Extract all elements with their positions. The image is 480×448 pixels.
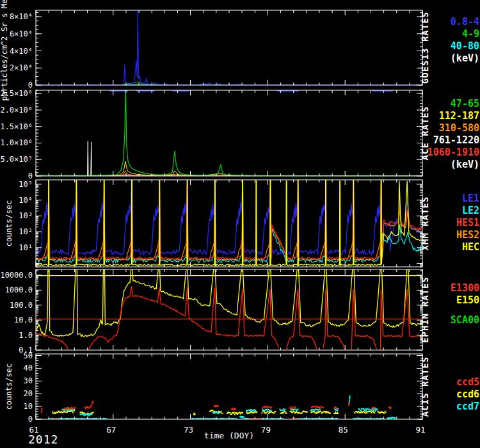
legend-entry-E150: E150	[456, 294, 479, 306]
panel-title-ephin: EPHIN RATES	[420, 276, 430, 343]
legend-entry-0.8-4: 0.8-4	[451, 16, 479, 28]
panel-acis	[41, 396, 396, 420]
legend-entry-LE2: LE2	[462, 205, 479, 216]
series-0.8-4-keV	[36, 11, 422, 85]
panel-ace	[36, 88, 422, 176]
legend-entry-HES2: HES2	[456, 229, 479, 241]
y-tick-label: 1000.0	[5, 285, 33, 294]
series-HEC	[36, 179, 422, 266]
y-tick-label: 1.0×10⁶	[0, 138, 33, 147]
legend-entry-keV: (keV)	[451, 52, 479, 64]
y-axis-title-xmm: counts/sec	[4, 200, 13, 246]
y-tick-label: 10000.0	[0, 271, 33, 280]
legend-entry-4-9: 4-9	[462, 28, 479, 40]
legend-entry-ccd6: ccd6	[456, 388, 479, 400]
y-tick-label: 50	[24, 351, 33, 360]
panel-xmm	[36, 179, 422, 266]
panel-title-acis: ACIS RATES	[420, 356, 430, 417]
legend-entry-SCA00: SCA00	[451, 314, 479, 326]
y-tick-label: 2.5×10⁶	[0, 89, 33, 98]
panel-axes-ephin	[36, 269, 422, 350]
legend-entry-47-65: 47-65	[451, 98, 479, 109]
series-E150	[36, 268, 422, 337]
y-axis-title-acis: counts/sec	[4, 364, 13, 410]
y-tick-label: 10⁴	[19, 196, 33, 205]
y-tick-label: 1.0	[19, 331, 33, 340]
series-LE1	[36, 183, 422, 255]
legend-entry-310-580: 310-580	[439, 122, 479, 134]
y-tick-label: 2.0×10⁶	[0, 106, 33, 115]
y-tick-label: 10²	[19, 227, 33, 236]
panel-goes13	[36, 11, 422, 85]
series-761-1220-keV	[36, 141, 422, 176]
y-axis-title-goes13: particles/cm^2 Sr s MeV	[0, 0, 9, 101]
y-tick-label: 8×10⁴	[10, 12, 33, 21]
y-tick-label: 4×10⁴	[10, 47, 33, 56]
series-ccd7	[61, 396, 396, 419]
y-tick-label: 10.0	[14, 316, 33, 324]
panel-axes-ace	[36, 90, 422, 176]
legend-entry-E1300: E1300	[451, 282, 479, 294]
series-HES1	[36, 183, 422, 260]
legend-entry-LE1: LE1	[462, 193, 479, 204]
y-tick-label: 20	[24, 389, 33, 398]
legend-entry-HES1: HES1	[456, 217, 479, 228]
legend-entry-761-1220: 761-1220	[433, 134, 479, 146]
legend-entry-keV: (keV)	[451, 159, 479, 170]
y-tick-label: 10	[24, 402, 33, 411]
panel-title-xmm: XMM RATES	[420, 196, 430, 251]
y-tick-label: 1.5×10⁶	[0, 122, 33, 131]
y-tick-label: 0	[28, 172, 33, 180]
y-tick-label: 0	[28, 81, 33, 90]
y-tick-label: 5.0×10⁵	[0, 155, 33, 164]
legend-entry-40-80: 40-80	[451, 40, 479, 52]
legend-entry-ccd5: ccd5	[456, 376, 479, 388]
series-47-65-keV	[36, 88, 422, 176]
panel-axes-goes13	[36, 10, 422, 85]
series-LE2	[36, 221, 422, 262]
legend-entry-HEC: HEC	[462, 241, 479, 253]
panel-title-goes13: GOES13 RATES	[420, 12, 430, 84]
multi-panel-radiation-plot: 02×10⁴4×10⁴6×10⁴8×10⁴GOES13 RATESparticl…	[0, 0, 480, 448]
time-series-panels: 02×10⁴4×10⁴6×10⁴8×10⁴GOES13 RATESparticl…	[0, 0, 480, 448]
y-tick-label: 0	[28, 415, 33, 424]
series-E1300	[36, 286, 422, 349]
y-tick-label: 10⁵	[19, 180, 33, 189]
y-tick-label: 100.0	[10, 301, 33, 310]
legend-entry-1060-1910: 1060-1910	[428, 147, 479, 158]
y-tick-label: 30	[24, 376, 33, 385]
legend-entry-112-187: 112-187	[439, 110, 479, 122]
y-tick-label: 6×10⁴	[10, 29, 33, 38]
y-tick-label: 2×10⁴	[10, 63, 33, 72]
y-tick-label: 10³	[19, 211, 33, 220]
y-tick-label: 10¹	[19, 243, 33, 252]
x-axis-title: time (DOY)	[0, 431, 458, 440]
legend-entry-ccd7: ccd7	[456, 401, 479, 412]
y-tick-label: 40	[24, 364, 33, 372]
panel-axes-xmm	[36, 180, 422, 267]
panel-ephin	[36, 268, 422, 350]
